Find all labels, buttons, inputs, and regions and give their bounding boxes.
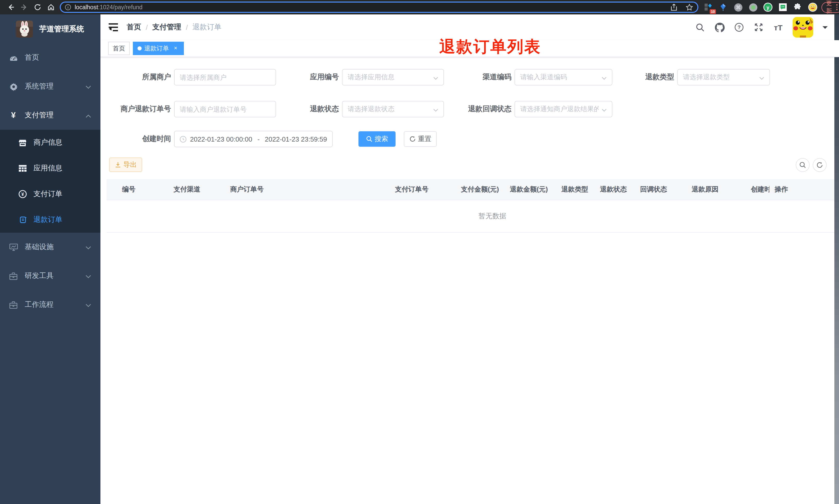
table-header-row: 编号 支付渠道 商户订单号 支付订单号 支付金额(元) 退款金额(元) 退款类型…	[107, 179, 834, 200]
user-menu-caret-icon[interactable]	[822, 26, 828, 31]
col-refund-amount[interactable]: 退款金额(元)	[505, 179, 556, 200]
date-end-value[interactable]: 2022-01-23 23:59:59	[265, 135, 327, 143]
chevron-up-icon	[86, 111, 91, 120]
sidebar-item-refund-order[interactable]: 退款订单	[0, 207, 101, 233]
storefront-icon	[17, 139, 28, 146]
sidebar-item-infra[interactable]: 基础设施	[0, 233, 101, 262]
fullscreen-icon[interactable]	[753, 22, 764, 32]
chevron-down-icon	[602, 105, 607, 114]
extension-grey-dot-icon[interactable]	[748, 3, 757, 12]
form-item-merchant-refund-no: 商户退款订单号	[101, 101, 276, 118]
browser-menu-icon[interactable]	[836, 4, 837, 10]
sidebar-item-payment[interactable]: ¥ 支付管理	[0, 101, 101, 130]
extension-kite-icon[interactable]	[718, 3, 728, 12]
browser-back-icon[interactable]	[4, 1, 18, 14]
merchant-input[interactable]	[174, 69, 276, 86]
browser-reload-icon[interactable]	[31, 1, 44, 14]
sidebar-logo[interactable]: 芋道管理系统	[0, 14, 101, 43]
sidebar-item-pay-order[interactable]: ¥ 支付订单	[0, 181, 101, 207]
col-id[interactable]: 编号	[107, 179, 168, 200]
sidebar-item-workflow[interactable]: 工作流程	[0, 290, 101, 319]
col-refund-status[interactable]: 退款状态	[595, 179, 635, 200]
screen: localhost:1024/pay/refund 10 ⌘ y	[0, 0, 839, 504]
sidebar: 芋道管理系统 首页 系统管理 ¥ 支付管理	[0, 14, 101, 504]
col-pay-amount[interactable]: 支付金额(元)	[456, 179, 505, 200]
merchant-input-field[interactable]	[180, 73, 270, 81]
toggle-search-button[interactable]	[796, 158, 810, 172]
app-select[interactable]: 请选择应用信息	[342, 69, 444, 86]
update-label: 更新	[826, 0, 832, 15]
bookmark-star-icon[interactable]	[685, 3, 693, 11]
logo-rabbit-image	[16, 20, 33, 37]
site-info-icon[interactable]	[65, 4, 71, 10]
browser-forward-icon[interactable]	[18, 1, 31, 14]
date-range-picker[interactable]: 2022-01-23 00:00:00 - 2022-01-23 23:59:5…	[174, 131, 333, 147]
breadcrumb-current: 退款订单	[193, 23, 221, 32]
sidebar-item-home[interactable]: 首页	[0, 43, 101, 72]
extension-chat-icon[interactable]	[778, 3, 787, 12]
sidebar-item-label: 支付管理	[25, 111, 54, 120]
col-refund-type[interactable]: 退款类型	[556, 179, 595, 200]
github-icon[interactable]	[714, 22, 725, 32]
toolbox-icon	[7, 272, 20, 280]
search-button[interactable]: 搜索	[358, 131, 395, 147]
chrome-update-button[interactable]: 更新	[821, 2, 839, 13]
table-empty-block: 暂无数据	[107, 200, 834, 233]
extension-y-icon[interactable]: y	[763, 3, 772, 12]
tag-refund-order[interactable]: 退款订单 ×	[133, 42, 184, 55]
col-pay-channel[interactable]: 支付渠道	[168, 179, 225, 200]
page-scrollbar[interactable]	[834, 14, 839, 504]
share-icon[interactable]	[671, 4, 677, 11]
chevron-down-icon	[86, 272, 91, 280]
col-create-time[interactable]: 创建时间	[746, 179, 769, 200]
col-callback-status[interactable]: 回调状态	[635, 179, 686, 200]
channel-select[interactable]: 请输入渠道编码	[515, 69, 612, 86]
svg-text:?: ?	[737, 24, 740, 30]
date-start-value[interactable]: 2022-01-23 00:00:00	[190, 135, 252, 143]
profile-emoji-icon[interactable]	[808, 3, 817, 12]
extension-badge: 10	[710, 9, 716, 14]
col-refund-reason[interactable]: 退款原因	[686, 179, 746, 200]
tag-home[interactable]: 首页	[108, 42, 130, 55]
field-label: 商户退款订单号	[101, 105, 174, 114]
merchant-refund-no-field[interactable]	[180, 105, 270, 113]
search-icon	[799, 162, 806, 168]
col-pay-order-no[interactable]: 支付订单号	[390, 179, 456, 200]
extension-bitwarden-icon[interactable]: 10	[703, 3, 713, 12]
sidebar-item-system[interactable]: 系统管理	[0, 72, 101, 101]
font-size-icon[interactable]: ᴛT	[773, 22, 783, 32]
breadcrumb-home[interactable]: 首页	[127, 23, 141, 32]
reset-button[interactable]: 重置	[404, 131, 437, 147]
help-icon[interactable]: ?	[734, 22, 744, 32]
refresh-table-button[interactable]	[813, 158, 827, 172]
col-actions[interactable]: 操作	[769, 179, 834, 200]
merchant-refund-no-input[interactable]	[174, 101, 276, 118]
col-merchant-order-no[interactable]: 商户订单号	[225, 179, 390, 200]
sidebar-item-app-info[interactable]: 应用信息	[0, 156, 101, 181]
refund-type-select[interactable]: 请选择退款类型	[677, 69, 770, 86]
notify-status-select[interactable]: 请选择通知商户退款结果的回调状态	[515, 101, 612, 118]
sidebar-item-devtools[interactable]: 研发工具	[0, 262, 101, 290]
header-search-icon[interactable]	[695, 22, 705, 32]
yen-circle-icon: ¥	[17, 190, 28, 198]
refund-status-select[interactable]: 请选择退款状态	[342, 101, 444, 118]
address-bar[interactable]: localhost:1024/pay/refund	[60, 2, 698, 13]
sidebar-toggle-icon[interactable]	[108, 22, 119, 32]
sidebar-item-merchant-info[interactable]: 商户信息	[0, 130, 101, 156]
chevron-down-icon	[86, 301, 91, 309]
sidebar-item-label: 退款订单	[34, 215, 62, 224]
form-item-channel: 渠道编码 请输入渠道编码	[441, 69, 612, 86]
dashboard-icon	[7, 53, 20, 62]
extensions-puzzle-icon[interactable]	[793, 3, 802, 12]
extension-command-icon[interactable]: ⌘	[733, 3, 743, 12]
field-label: 所属商户	[101, 73, 174, 82]
user-avatar[interactable]	[793, 17, 813, 38]
chevron-down-icon	[86, 83, 91, 91]
form-item-notify-status: 退款回调状态 请选择通知商户退款结果的回调状态	[441, 101, 612, 118]
tag-close-icon[interactable]: ×	[172, 45, 179, 52]
export-button[interactable]: 导出	[109, 158, 142, 172]
field-label: 退款类型	[604, 73, 677, 82]
chevron-down-icon	[86, 243, 91, 251]
browser-home-icon[interactable]	[44, 1, 58, 14]
breadcrumb-payment[interactable]: 支付管理	[153, 23, 181, 32]
